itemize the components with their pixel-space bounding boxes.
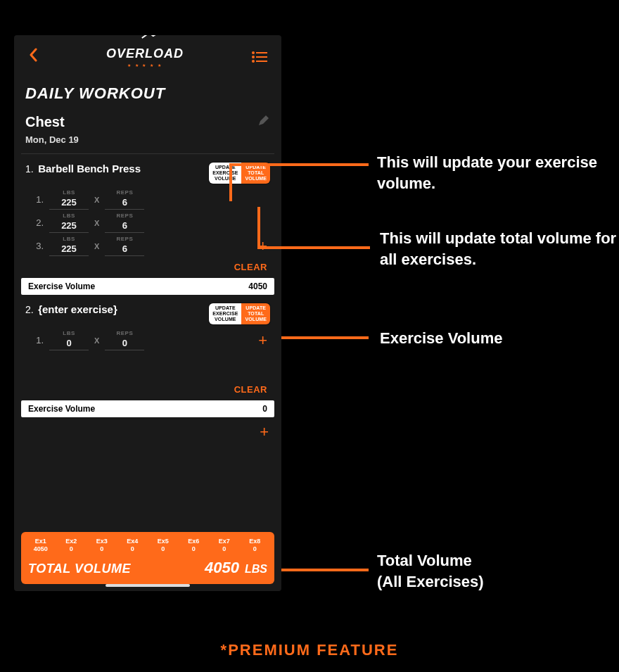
edit-button[interactable] xyxy=(257,114,270,130)
logo-text: OVERLOAD xyxy=(106,46,184,61)
callout-line xyxy=(229,163,369,166)
volume-toggle: UPDATE EXERCISE VOLUME UPDATE TOTAL VOLU… xyxy=(209,303,270,324)
set-number: 1. xyxy=(28,335,44,345)
reps-value[interactable]: 0 xyxy=(105,336,144,350)
logo-stars-icon: ★ ★ ★ ★ ★ xyxy=(127,63,162,68)
exercise-volume-bar: Exercise Volume 0 xyxy=(21,400,274,417)
exercise-title[interactable]: 2. {enter exercise} xyxy=(25,303,117,316)
clear-button[interactable]: CLEAR xyxy=(234,384,267,395)
exercise-card: 1. Barbell Bench Press UPDATE EXERCISE V… xyxy=(14,154,281,295)
exercise-name: {enter exercise} xyxy=(38,303,117,315)
summary-col: Ex80 xyxy=(243,538,268,553)
set-row: 1. LBS 0 X REPS 0 + xyxy=(28,329,267,352)
summary-col: Ex70 xyxy=(212,538,237,553)
reps-value[interactable]: 6 xyxy=(105,196,144,210)
body-part-label: Chest xyxy=(25,114,65,130)
reps-value[interactable]: 6 xyxy=(105,219,144,233)
exercise-number: 1. xyxy=(25,163,34,175)
annotation-text: This will update your exercise volume. xyxy=(377,152,619,194)
back-button[interactable] xyxy=(28,48,38,66)
summary-col: Ex60 xyxy=(181,538,207,553)
reps-field[interactable]: REPS 6 xyxy=(105,236,144,256)
summary-col: Ex20 xyxy=(59,538,84,553)
exercise-volume-label: Exercise Volume xyxy=(28,404,95,414)
weight-value[interactable]: 225 xyxy=(49,219,89,233)
premium-feature-label: *PREMIUM FEATURE xyxy=(0,641,619,659)
svg-rect-5 xyxy=(256,61,267,62)
sets-list: 1. LBS 225 X REPS 6 2. LBS 225 X xyxy=(21,188,274,258)
weight-field[interactable]: LBS 0 xyxy=(49,330,89,350)
lbs-label: LBS xyxy=(63,236,75,242)
multiply-icon: X xyxy=(94,196,99,204)
reps-field[interactable]: REPS 0 xyxy=(105,330,144,350)
reps-label: REPS xyxy=(116,236,133,242)
total-volume-panel: Ex14050 Ex20 Ex30 Ex40 Ex50 Ex60 Ex70 Ex… xyxy=(21,532,274,584)
lbs-label: LBS xyxy=(63,330,75,336)
set-row: 2. LBS 225 X REPS 6 xyxy=(28,211,267,234)
top-nav-bar: OVERLOAD ★ ★ ★ ★ ★ xyxy=(14,35,281,72)
sets-list: 1. LBS 0 X REPS 0 + xyxy=(21,329,274,352)
total-volume-value: 4050 xyxy=(205,559,239,577)
multiply-icon: X xyxy=(94,336,99,345)
svg-point-0 xyxy=(252,51,255,54)
menu-list-button[interactable] xyxy=(252,51,267,63)
weight-value[interactable]: 225 xyxy=(49,196,89,210)
page-title: DAILY WORKOUT xyxy=(25,84,270,103)
exercise-name: Barbell Bench Press xyxy=(38,163,141,175)
arrow-up-icon xyxy=(141,35,165,39)
page-heading: DAILY WORKOUT xyxy=(14,72,281,107)
exercise-summary-row: Ex14050 Ex20 Ex30 Ex40 Ex50 Ex60 Ex70 Ex… xyxy=(28,538,267,553)
exercise-number: 2. xyxy=(25,304,34,315)
reps-label: REPS xyxy=(116,330,133,336)
app-logo: OVERLOAD ★ ★ ★ ★ ★ xyxy=(106,46,184,68)
svg-rect-1 xyxy=(256,52,267,53)
callout-line xyxy=(281,336,369,339)
reps-field[interactable]: REPS 6 xyxy=(105,189,144,210)
home-indicator xyxy=(106,584,190,587)
weight-value[interactable]: 0 xyxy=(49,336,89,350)
add-exercise-button[interactable]: + xyxy=(260,423,269,441)
callout-line xyxy=(281,569,369,571)
svg-point-2 xyxy=(252,56,255,58)
callout-line xyxy=(229,163,232,201)
exercise-volume-label: Exercise Volume xyxy=(28,281,95,291)
reps-field[interactable]: REPS 6 xyxy=(105,213,144,233)
annotation-text: Total Volume (All Exercises) xyxy=(377,550,484,592)
annotation-text: This will update total volume for all ex… xyxy=(380,228,619,270)
weight-field[interactable]: LBS 225 xyxy=(49,213,89,233)
exercise-volume-value: 0 xyxy=(262,404,267,414)
exercise-card: 2. {enter exercise} UPDATE EXERCISE VOLU… xyxy=(14,295,281,417)
workout-date: Mon, Dec 19 xyxy=(14,132,281,153)
summary-col: Ex30 xyxy=(89,538,115,553)
svg-rect-3 xyxy=(256,56,267,58)
update-total-volume-button[interactable]: UPDATE TOTAL VOLUME xyxy=(241,303,270,324)
svg-point-4 xyxy=(252,60,255,63)
add-set-button[interactable]: + xyxy=(258,331,267,350)
set-number: 1. xyxy=(28,194,44,205)
multiply-icon: X xyxy=(94,242,99,251)
reps-label: REPS xyxy=(116,213,133,219)
set-row: 3. LBS 225 X REPS 6 + xyxy=(28,234,267,258)
total-volume-unit: LBS xyxy=(245,563,267,576)
callout-line xyxy=(257,207,260,249)
lbs-label: LBS xyxy=(63,213,75,219)
summary-col: Ex14050 xyxy=(28,538,53,553)
exercise-volume-bar: Exercise Volume 4050 xyxy=(21,278,274,295)
callout-line xyxy=(257,246,370,249)
exercise-title[interactable]: 1. Barbell Bench Press xyxy=(25,163,141,175)
weight-field[interactable]: LBS 225 xyxy=(49,236,89,256)
update-exercise-volume-button[interactable]: UPDATE EXERCISE VOLUME xyxy=(209,303,241,324)
reps-value[interactable]: 6 xyxy=(105,242,144,256)
multiply-icon: X xyxy=(94,219,99,227)
weight-field[interactable]: LBS 225 xyxy=(49,189,89,210)
lbs-label: LBS xyxy=(63,189,75,196)
total-volume-label: TOTAL VOLUME xyxy=(28,562,131,576)
body-part-row: Chest xyxy=(14,107,281,132)
weight-value[interactable]: 225 xyxy=(49,242,89,256)
exercise-volume-value: 4050 xyxy=(248,281,267,291)
annotation-text: Exercise Volume xyxy=(380,328,502,349)
set-number: 2. xyxy=(28,217,44,228)
phone-frame: OVERLOAD ★ ★ ★ ★ ★ DAILY WORKOUT Chest M… xyxy=(14,35,281,591)
reps-label: REPS xyxy=(116,189,133,196)
clear-button[interactable]: CLEAR xyxy=(234,262,267,272)
